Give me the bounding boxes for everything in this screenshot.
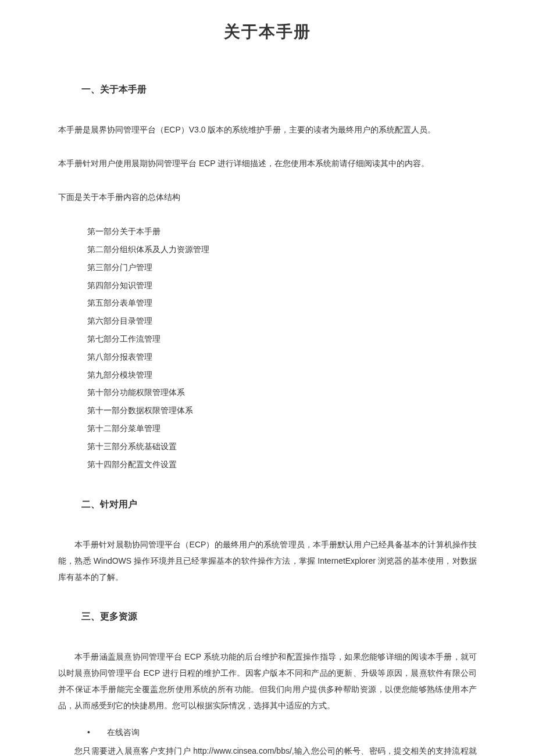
section-3-heading: 三、更多资源 (58, 608, 477, 625)
toc-item: 第六部分目录管理 (87, 312, 477, 330)
toc-item: 第九部分模块管理 (87, 366, 477, 384)
toc-item: 第五部分表单管理 (87, 294, 477, 312)
toc-item: 第十一部分数据权限管理体系 (87, 402, 477, 420)
section-3-para-1: 本手册涵盖晨熹协同管理平台 ECP 系统功能的后台维护和配置操作指导，如果您能够… (58, 648, 477, 714)
toc-item: 第四部分知识管理 (87, 277, 477, 295)
section-2-para-1: 本手册针对晨勒协同管理平台（ECP）的最终用户的系统管理员，本手册默认用户已经具… (58, 536, 477, 585)
toc-item: 第十四部分配置文件设置 (87, 456, 477, 474)
page-title: 关于本手册 (58, 17, 477, 46)
bullet-icon: • (87, 725, 105, 740)
toc-item: 第十三部分系统基础设置 (87, 438, 477, 456)
bullet-text: 您只需要进入晨熹客户支持门户 http://www.cinsea.com/bbs… (58, 743, 477, 756)
toc-item: 第一部分关于本手册 (87, 223, 477, 241)
section-1-heading: 一、关于本手册 (58, 81, 477, 98)
toc-item: 第十部分功能权限管理体系 (87, 384, 477, 402)
section-2-heading: 二、针对用户 (58, 496, 477, 513)
toc-item: 第八部分报表管理 (87, 348, 477, 366)
toc-list: 第一部分关于本手册 第二部分组织体系及人力资源管理 第三部分门户管理 第四部分知… (58, 223, 477, 473)
section-1-para-2: 本手册针对用户使用晨期协同管理平台 ECP 进行详细描述，在您使用本系统前请仔细… (58, 155, 477, 171)
bullet-label: 在线咨询 (107, 728, 140, 737)
bullet-item: • 在线咨询 (58, 725, 477, 740)
toc-item: 第七部分工作流管理 (87, 330, 477, 348)
toc-item: 第十二部分菜单管理 (87, 420, 477, 438)
section-1-para-1: 本手册是晨界协同管理平台（ECP）V3.0 版本的系统维护手册，主要的读者为最终… (58, 121, 477, 138)
toc-item: 第三部分门户管理 (87, 259, 477, 277)
section-1-para-3: 下面是关于本手册内容的总体结构 (58, 189, 477, 205)
toc-item: 第二部分组织体系及人力资源管理 (87, 241, 477, 259)
